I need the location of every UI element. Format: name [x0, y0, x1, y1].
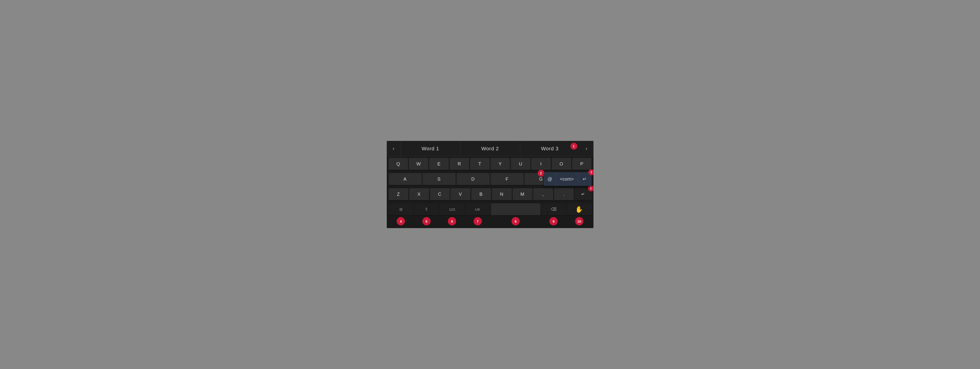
next-suggestion-button[interactable]: ›: [580, 141, 593, 156]
key-d[interactable]: D: [457, 173, 490, 185]
key-r[interactable]: R: [450, 158, 469, 170]
key-q[interactable]: Q: [388, 158, 408, 170]
badge-10: 10: [575, 217, 583, 225]
key-period[interactable]: .: [554, 188, 574, 201]
key-o[interactable]: O: [552, 158, 571, 170]
key-i[interactable]: I: [531, 158, 551, 170]
word2-suggestion[interactable]: Word 2: [460, 141, 520, 156]
badge-1: 1: [571, 143, 578, 150]
key-v[interactable]: V: [450, 188, 470, 201]
key-space[interactable]: [491, 203, 541, 216]
badge-7: 7: [474, 217, 482, 225]
badge-2: 2: [538, 170, 544, 177]
badge-5: 5: [422, 217, 431, 225]
key-hand[interactable]: ✋: [567, 203, 592, 216]
key-shift[interactable]: ⇧: [414, 203, 439, 216]
enter-key-bottom[interactable]: ↵ 3: [574, 188, 592, 201]
badge-placeholder: 3: [588, 185, 593, 192]
word1-suggestion[interactable]: Word 1: [401, 141, 460, 156]
key-m[interactable]: M: [512, 188, 532, 201]
email-popup: @ <com> ↵ 3: [544, 172, 592, 186]
key-w[interactable]: W: [409, 158, 428, 170]
key-c[interactable]: C: [430, 188, 450, 201]
key-n[interactable]: N: [492, 188, 512, 201]
badge-9: 9: [549, 217, 558, 225]
key-f[interactable]: F: [491, 173, 523, 185]
key-t[interactable]: T: [470, 158, 490, 170]
row-zxcv: Z X C V B N M , . ↵ 3: [388, 188, 592, 201]
badge-8: 8: [511, 217, 520, 225]
key-a[interactable]: A: [388, 173, 422, 185]
key-e[interactable]: E: [429, 158, 449, 170]
key-com[interactable]: <com>: [556, 172, 578, 186]
badge-row: 4 5 6 7 8 9 10: [388, 217, 592, 226]
key-s[interactable]: S: [423, 173, 456, 185]
badge-6: 6: [448, 217, 456, 225]
key-y[interactable]: Y: [491, 158, 510, 170]
key-comma[interactable]: ,: [533, 188, 553, 201]
key-num[interactable]: 123: [440, 203, 465, 216]
key-u[interactable]: U: [511, 158, 530, 170]
prev-suggestion-button[interactable]: ‹: [387, 141, 401, 156]
key-at[interactable]: @: [544, 172, 556, 186]
keyboard-container: ‹ Word 1 Word 2 Word 3 1 › Q W E R T Y U…: [387, 141, 593, 228]
enter-key-top[interactable]: ↵ 3: [578, 172, 592, 186]
key-z[interactable]: Z: [388, 188, 408, 201]
key-lang[interactable]: UK: [465, 203, 490, 216]
badge-3: 3: [589, 169, 593, 175]
suggestions-bar: ‹ Word 1 Word 2 Word 3 1 ›: [387, 141, 593, 157]
key-b[interactable]: B: [471, 188, 491, 201]
key-x[interactable]: X: [409, 188, 429, 201]
word3-suggestion[interactable]: Word 3 1: [520, 141, 580, 156]
key-p[interactable]: P: [572, 158, 592, 170]
row-bottom: ⊟ ⇧ 123 UK ⌫ ✋: [388, 203, 592, 216]
key-hide[interactable]: ⊟: [388, 203, 414, 216]
keyboard-body: Q W E R T Y U I O P A S D F G 2 H: [387, 157, 593, 228]
row-qwerty: Q W E R T Y U I O P: [388, 158, 592, 170]
row-asdf: A S D F G 2 H @ <com> ↵ 3: [388, 173, 592, 185]
badge-4: 4: [397, 217, 405, 225]
key-backspace[interactable]: ⌫: [541, 203, 566, 216]
